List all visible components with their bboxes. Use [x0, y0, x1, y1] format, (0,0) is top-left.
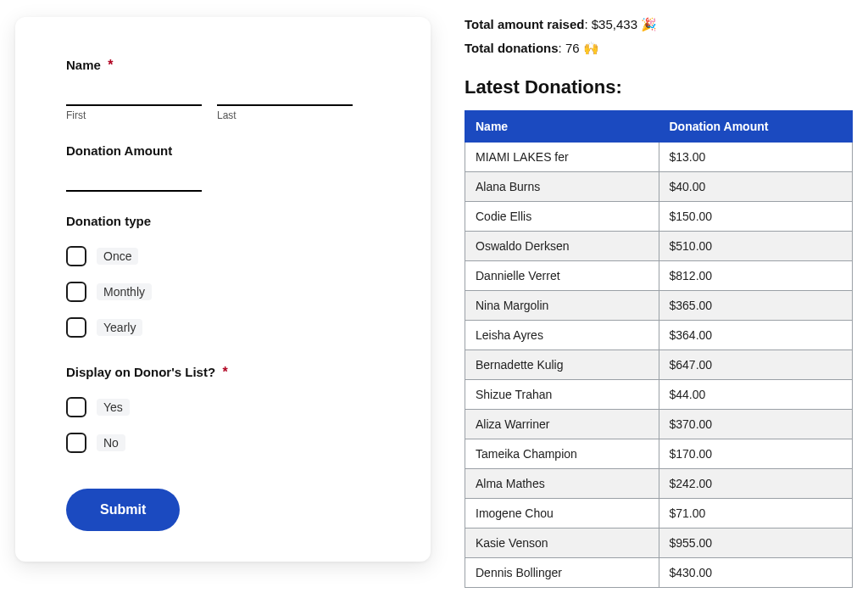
- donations-table: Name Donation Amount MIAMI LAKES fer$13.…: [465, 110, 853, 588]
- donation-amount-cell: $71.00: [659, 499, 853, 528]
- first-name-input[interactable]: [66, 85, 202, 106]
- total-raised-stat: Total amount raised: $35,433 🎉: [465, 17, 853, 32]
- donation-amount-cell: $430.00: [659, 558, 853, 588]
- table-row: Tameika Champion$170.00: [465, 439, 853, 469]
- display-donor-label: Display on Donor's List?: [66, 365, 215, 379]
- donation-amount-cell: $150.00: [659, 202, 853, 232]
- donor-name-cell: Alma Mathes: [465, 469, 659, 499]
- checkbox-icon[interactable]: [66, 246, 86, 266]
- table-row: Oswaldo Derksen$510.00: [465, 232, 853, 261]
- table-row: Dannielle Verret$812.00: [465, 261, 853, 291]
- last-name-input[interactable]: [217, 85, 353, 106]
- donation-type-option[interactable]: Yearly: [66, 312, 380, 343]
- latest-donations-heading: Latest Donations:: [465, 76, 853, 98]
- donor-name-cell: Dannielle Verret: [465, 261, 659, 291]
- donor-name-cell: Shizue Trahan: [465, 380, 659, 410]
- display-donor-option[interactable]: No: [66, 428, 380, 458]
- table-row: Aliza Warriner$370.00: [465, 410, 853, 439]
- donation-amount-cell: $13.00: [659, 143, 853, 172]
- display-required-asterisk: *: [223, 365, 228, 379]
- total-donations-value: 76: [565, 41, 580, 55]
- first-name-sublabel: First: [66, 109, 202, 121]
- name-required-asterisk: *: [108, 58, 113, 72]
- donation-amount-cell: $44.00: [659, 380, 853, 410]
- donation-type-option-label: Monthly: [97, 283, 152, 300]
- donor-name-cell: Leisha Ayres: [465, 321, 659, 350]
- donor-name-cell: Alana Burns: [465, 172, 659, 202]
- table-row: Nina Margolin$365.00: [465, 291, 853, 321]
- donation-form-card: Name * First Last Donation Amount: [15, 17, 431, 562]
- table-row: Alma Mathes$242.00: [465, 469, 853, 499]
- display-donor-option-label: No: [97, 434, 125, 451]
- celebration-emoji: 🎉: [641, 17, 657, 31]
- donor-name-cell: Imogene Chou: [465, 499, 659, 528]
- hands-emoji: 🙌: [583, 41, 599, 55]
- submit-button[interactable]: Submit: [66, 489, 180, 531]
- table-row: MIAMI LAKES fer$13.00: [465, 143, 853, 172]
- donor-name-cell: Dennis Bollinger: [465, 558, 659, 588]
- checkbox-icon[interactable]: [66, 397, 86, 417]
- table-row: Bernadette Kulig$647.00: [465, 350, 853, 380]
- display-donor-group: Display on Donor's List? * YesNo: [66, 365, 380, 458]
- donation-type-option[interactable]: Once: [66, 241, 380, 271]
- table-row: Shizue Trahan$44.00: [465, 380, 853, 410]
- donation-amount-cell: $170.00: [659, 439, 853, 469]
- checkbox-icon[interactable]: [66, 282, 86, 302]
- display-donor-option-label: Yes: [97, 399, 130, 416]
- name-label: Name: [66, 58, 101, 72]
- amount-field-group: Donation Amount: [66, 143, 380, 192]
- donation-amount-cell: $365.00: [659, 291, 853, 321]
- column-header-name: Name: [465, 111, 659, 143]
- donation-amount-cell: $510.00: [659, 232, 853, 261]
- total-donations-stat: Total donations: 76 🙌: [465, 41, 853, 56]
- table-row: Kasie Venson$955.00: [465, 528, 853, 558]
- donation-amount-cell: $812.00: [659, 261, 853, 291]
- table-row: Alana Burns$40.00: [465, 172, 853, 202]
- donation-amount-cell: $242.00: [659, 469, 853, 499]
- donation-amount-cell: $40.00: [659, 172, 853, 202]
- donor-name-cell: Bernadette Kulig: [465, 350, 659, 380]
- table-row: Imogene Chou$71.00: [465, 499, 853, 528]
- table-row: Codie Ellis$150.00: [465, 202, 853, 232]
- display-donor-options: YesNo: [66, 392, 380, 458]
- donor-name-cell: Codie Ellis: [465, 202, 659, 232]
- donor-name-cell: MIAMI LAKES fer: [465, 143, 659, 172]
- donation-type-option-label: Yearly: [97, 319, 142, 336]
- donation-amount-cell: $370.00: [659, 410, 853, 439]
- donation-amount-cell: $364.00: [659, 321, 853, 350]
- donation-amount-cell: $955.00: [659, 528, 853, 558]
- total-raised-label: Total amount raised: [465, 17, 584, 31]
- donation-type-options: OnceMonthlyYearly: [66, 241, 380, 343]
- table-row: Dennis Bollinger$430.00: [465, 558, 853, 588]
- column-header-amount: Donation Amount: [659, 111, 853, 143]
- checkbox-icon[interactable]: [66, 433, 86, 453]
- amount-label: Donation Amount: [66, 143, 172, 158]
- donor-name-cell: Kasie Venson: [465, 528, 659, 558]
- name-field-group: Name * First Last: [66, 58, 380, 121]
- donation-type-label: Donation type: [66, 214, 151, 228]
- donation-amount-cell: $647.00: [659, 350, 853, 380]
- checkbox-icon[interactable]: [66, 317, 86, 338]
- last-name-sublabel: Last: [217, 109, 353, 121]
- display-donor-option[interactable]: Yes: [66, 392, 380, 422]
- donation-type-option[interactable]: Monthly: [66, 277, 380, 307]
- donor-name-cell: Tameika Champion: [465, 439, 659, 469]
- table-row: Leisha Ayres$364.00: [465, 321, 853, 350]
- donation-type-option-label: Once: [97, 248, 138, 265]
- donation-type-group: Donation type OnceMonthlyYearly: [66, 214, 380, 343]
- donation-amount-input[interactable]: [66, 171, 202, 192]
- total-raised-value: $35,433: [592, 17, 637, 31]
- donor-name-cell: Nina Margolin: [465, 291, 659, 321]
- donor-name-cell: Aliza Warriner: [465, 410, 659, 439]
- donor-name-cell: Oswaldo Derksen: [465, 232, 659, 261]
- total-donations-label: Total donations: [465, 41, 559, 55]
